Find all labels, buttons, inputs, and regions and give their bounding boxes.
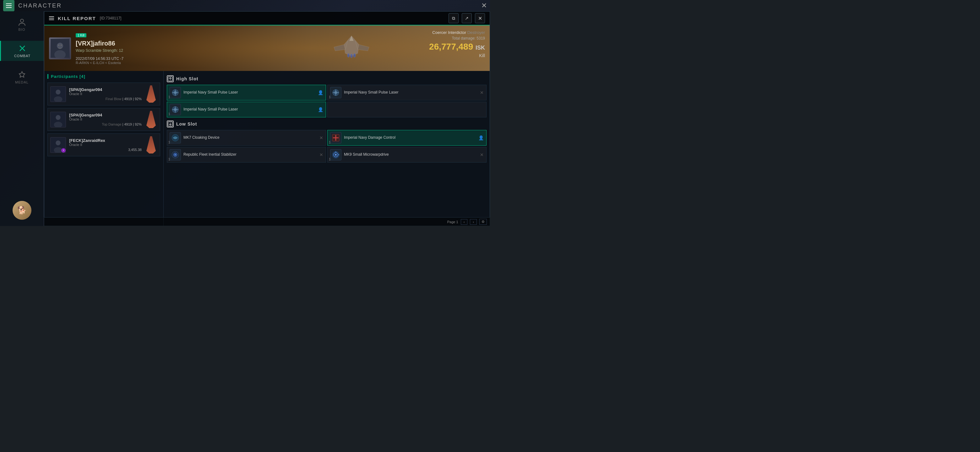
participant-stats-3: 3,455.38 [69, 148, 142, 152]
sidebar-item-bio[interactable]: Bio [0, 14, 44, 35]
app-title: CHARACTER [18, 3, 62, 9]
participant-ship-2: Oracle II [69, 117, 142, 121]
equipment-item-hs3[interactable]: 1 Imperial Navy Small Pulse Laser 👤 [167, 102, 326, 117]
left-sidebar: Bio Combat Medal 🐕 [0, 11, 44, 226]
kill-timestamp: 2022/07/09 14:56:33 UTC -7 [76, 57, 485, 61]
hero-section: 1 Kill [VRX]jafiro86 Warp Scramble Stren… [44, 25, 490, 71]
pilot-avatar [49, 37, 71, 59]
participant-info-2: [SPAI]Gengar094 Oracle II Top Damage | 4… [69, 113, 142, 126]
high-slot-grid: 1 Imperial Navy Small Pulse Laser 👤 [167, 85, 487, 117]
participant-name-3: [FECK]ZanraidRex [69, 138, 142, 143]
participant-stats-2: Top Damage | 4919 | 92% [69, 122, 142, 126]
high-slot-label: High Slot [176, 76, 198, 81]
svg-point-7 [58, 44, 59, 46]
svg-point-55 [175, 154, 176, 155]
participant-name-1: [SPAI]Gengar094 [69, 87, 142, 92]
low-slot-title: Low Slot [167, 121, 487, 127]
kill-badge: 1 Kill [76, 33, 86, 37]
participant-badge-3: i [61, 148, 66, 152]
equipment-item-hs1[interactable]: 1 Imperial Navy Small Pulse Laser 👤 [167, 85, 326, 100]
participant-item-2[interactable]: [SPAI]Gengar094 Oracle II Top Damage | 4… [48, 108, 160, 131]
sidebar-item-medal[interactable]: Medal [0, 67, 44, 87]
share-button[interactable]: ↗ [462, 13, 472, 23]
menu-button[interactable] [3, 0, 14, 11]
svg-marker-3 [19, 71, 25, 77]
low-slot-grid: 1 MK7 Cloaking Device ✕ 1 [167, 130, 487, 163]
weapon-icon-1 [145, 86, 158, 103]
copy-button[interactable]: ⧉ [449, 13, 458, 23]
eq-name-hs1: Imperial Navy Small Pulse Laser [183, 90, 315, 95]
eq-user-hs3: 👤 [318, 107, 323, 112]
participant-info-1: [SPAI]Gengar094 Oracle II Final Blow | 4… [69, 87, 142, 101]
app-close-button[interactable]: ✕ [481, 2, 487, 10]
eq-icon-ls2 [330, 132, 341, 143]
equipment-item-ls3[interactable]: 1 Republic Fleet Inertial Stabilizer ✕ [167, 147, 326, 163]
svg-point-14 [350, 54, 353, 58]
pilot-info: 1 Kill [VRX]jafiro86 Warp Scramble Stren… [76, 32, 485, 65]
low-slot-label: Low Slot [176, 122, 197, 127]
participants-header: Participants [4] [48, 74, 160, 79]
participant-item-3[interactable]: i [FECK]ZanraidRex Oracle II 3,455.38 [48, 133, 160, 156]
top-bar: CHARACTER ✕ [0, 0, 490, 11]
equipment-item-hs2[interactable]: 1 Imperial Navy Small Pulse Laser ✕ [327, 85, 487, 100]
svg-point-19 [56, 89, 60, 94]
eq-close-ls3[interactable]: ✕ [320, 152, 323, 157]
equipment-item-ls4[interactable]: 1 MK9 Small Microwarpdrive ✕ [327, 147, 487, 163]
filter-button[interactable]: ⚙ [479, 219, 487, 225]
next-page-button[interactable]: › [470, 219, 477, 225]
kill-report-panel: KILL REPORT [ID:7348117] ⧉ ↗ ✕ 1 Kill [ [44, 11, 490, 226]
pagination: Page 1 ‹ › ⚙ [44, 217, 490, 226]
eq-user-ls2: 👤 [478, 135, 484, 140]
page-label: Page 1 [447, 220, 458, 224]
weapon-icon-2 [145, 111, 158, 128]
eq-close-hs2[interactable]: ✕ [480, 90, 484, 95]
sidebar-medal-label: Medal [15, 80, 29, 84]
prev-page-button[interactable]: ‹ [461, 219, 468, 225]
eq-close-ls1[interactable]: ✕ [320, 135, 323, 140]
equipment-item-ls1[interactable]: 1 MK7 Cloaking Device ✕ [167, 130, 326, 146]
ship-class-type: Destroyer [468, 30, 485, 35]
panel-close-button[interactable]: ✕ [475, 13, 485, 23]
eq-close-ls4[interactable]: ✕ [480, 152, 484, 157]
eq-icon-hs1 [170, 87, 181, 98]
equipment-item-hs4 [327, 102, 487, 117]
eq-name-ls4: MK9 Small Microwarpdrive [344, 152, 477, 157]
content-area: Participants [4] [SPAI]Gengar094 Oracle … [44, 71, 490, 226]
panel-title: KILL REPORT [58, 16, 96, 21]
eq-icon-hs3 [170, 104, 181, 115]
high-slot-icon [167, 75, 174, 82]
participant-name-2: [SPAI]Gengar094 [69, 113, 142, 117]
ship-value: 26,777,489 ISK [429, 42, 485, 52]
participant-info-3: [FECK]ZanraidRex Oracle II 3,455.38 [69, 138, 142, 152]
participant-stats-1: Final Blow | 4919 | 92% [69, 97, 142, 101]
eq-name-ls3: Republic Fleet Inertial Stabilizer [183, 152, 317, 157]
eq-icon-ls4 [330, 149, 341, 160]
participant-avatar-2 [50, 112, 66, 127]
eq-name-hs2: Imperial Navy Small Pulse Laser [344, 90, 477, 95]
ship-damage: Total damage: 5319 [429, 36, 485, 41]
pilot-name: [VRX]jafiro86 [76, 40, 485, 47]
eq-icon-ls3 [170, 149, 181, 160]
panel-menu-button[interactable] [49, 16, 54, 20]
equipment-item-ls2[interactable]: 1 Imperial Navy Damage Control 👤 [327, 130, 487, 146]
eq-icon-ls1 [170, 132, 181, 143]
svg-point-25 [56, 140, 60, 145]
damage-value: 5319 [476, 36, 485, 41]
participants-panel: Participants [4] [SPAI]Gengar094 Oracle … [44, 71, 164, 226]
svg-marker-10 [334, 44, 345, 51]
bio-icon [18, 17, 26, 26]
svg-point-15 [353, 53, 356, 57]
eq-icon-hs2 [330, 87, 341, 98]
participant-avatar-3: i [50, 137, 66, 153]
isk-label: ISK [476, 44, 485, 51]
svg-marker-11 [358, 44, 369, 51]
eq-name-hs3: Imperial Navy Small Pulse Laser [183, 107, 315, 112]
svg-point-5 [57, 43, 63, 49]
panel-actions: ⧉ ↗ ✕ [449, 13, 485, 23]
warp-scramble: Warp Scramble Strength: 12 [76, 48, 485, 53]
sidebar-bio-label: Bio [19, 28, 25, 32]
eq-name-ls2: Imperial Navy Damage Control [344, 135, 476, 140]
participant-item[interactable]: [SPAI]Gengar094 Oracle II Final Blow | 4… [48, 82, 160, 105]
sidebar-item-combat[interactable]: Combat [0, 41, 44, 61]
svg-point-59 [335, 154, 337, 156]
